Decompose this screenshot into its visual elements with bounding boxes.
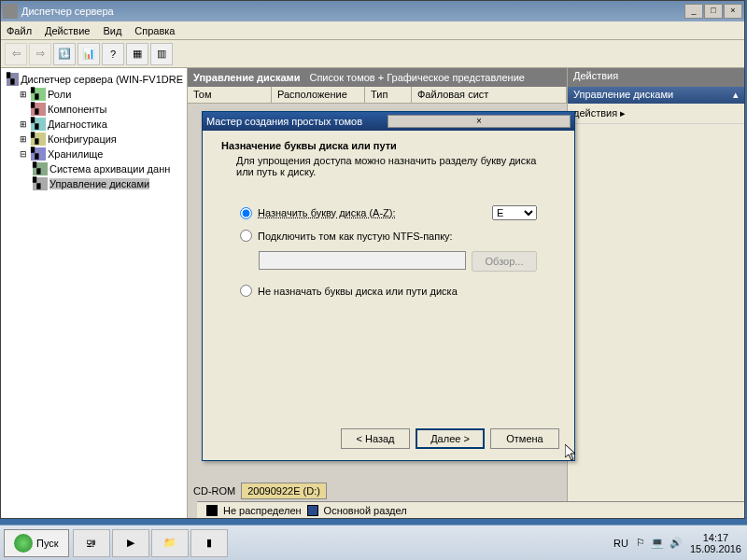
- start-button[interactable]: Пуск: [4, 529, 69, 557]
- option-assign-letter[interactable]: Назначить букву диска (A-Z): E: [240, 205, 537, 220]
- maximize-button[interactable]: □: [704, 4, 723, 19]
- minimize-button[interactable]: _: [684, 4, 703, 19]
- label-assign-letter: Назначить букву диска (A-Z):: [258, 207, 468, 218]
- system-tray: RU ⚐ 💻 🔊 14:17 15.09.2016: [608, 532, 747, 554]
- tray-sound-icon[interactable]: 🔊: [669, 537, 683, 549]
- clock-date: 15.09.2016: [690, 543, 741, 554]
- menu-view[interactable]: Вид: [103, 25, 121, 36]
- browse-button: Обзор...: [472, 251, 537, 272]
- tree-backup[interactable]: ▚Система архивации данн: [5, 161, 183, 176]
- panel-header: Управление дисками Список томов + Графич…: [188, 68, 567, 87]
- tree-diagnostics[interactable]: ⊞▚Диагностика: [5, 117, 183, 132]
- option-mount-folder[interactable]: Подключить том как пустую NTFS-папку:: [240, 230, 537, 242]
- cancel-button[interactable]: Отмена: [490, 428, 559, 449]
- clock[interactable]: 14:17 15.09.2016: [690, 532, 741, 554]
- next-button[interactable]: Далее >: [416, 428, 485, 449]
- lang-indicator[interactable]: RU: [613, 538, 628, 549]
- start-orb-icon: [14, 534, 33, 553]
- cdrom-row: CD-ROM 20090922E (D:): [193, 483, 327, 499]
- radio-mount-folder[interactable]: [240, 230, 252, 242]
- legend-unalloc: Не распределен: [223, 505, 302, 516]
- col-type[interactable]: Тип: [365, 87, 412, 103]
- wizard-title: Мастер создания простых томов: [206, 116, 388, 127]
- radio-assign-letter[interactable]: [240, 207, 252, 219]
- wizard-buttons: < Назад Далее > Отмена: [341, 428, 559, 449]
- task-powershell[interactable]: ▶: [112, 529, 149, 557]
- col-layout[interactable]: Расположение: [272, 87, 365, 103]
- legend-primary: Основной раздел: [324, 505, 407, 516]
- tray-flag-icon[interactable]: ⚐: [636, 537, 645, 549]
- window-title: Диспетчер сервера: [21, 6, 684, 17]
- volume-list-header: Том Расположение Тип Файловая сист: [188, 87, 567, 104]
- wizard-desc: Для упрощения доступа можно назначить ра…: [221, 155, 556, 177]
- simple-volume-wizard: Мастер создания простых томов × Назначен…: [202, 111, 575, 461]
- radio-no-letter[interactable]: [240, 285, 252, 297]
- label-mount-folder: Подключить том как пустую NTFS-папку:: [258, 231, 537, 242]
- clock-time: 14:17: [690, 532, 741, 543]
- tree-components[interactable]: ▚Компоненты: [5, 102, 183, 117]
- forward-button: ⇨: [29, 43, 51, 65]
- menubar: Файл Действие Вид Справка: [1, 21, 744, 40]
- col-volume[interactable]: Том: [188, 87, 272, 103]
- label-no-letter: Не назначать буквы диска или пути диска: [258, 286, 537, 297]
- close-button[interactable]: ×: [724, 4, 742, 19]
- actions-more[interactable]: действия ▸: [568, 104, 744, 124]
- wizard-close-button[interactable]: ×: [388, 115, 571, 128]
- quick-launch: 🖳 ▶ 📁 ▮: [73, 529, 228, 557]
- tree-roles[interactable]: ⊞▚Роли: [5, 87, 183, 102]
- actions-panel: Действия Управление дисками▴ действия ▸: [567, 68, 744, 518]
- col-fs[interactable]: Файловая сист: [412, 87, 567, 103]
- mount-path-input: [259, 251, 466, 270]
- back-button: ⇦: [5, 43, 27, 65]
- tree-diskmgmt[interactable]: ▚Управление дисками: [5, 176, 183, 191]
- task-app[interactable]: ▮: [190, 529, 228, 557]
- tree-root[interactable]: ▚Диспетчер сервера (WIN-FV1DRE: [5, 72, 183, 87]
- tree-storage[interactable]: ⊟▚Хранилище: [5, 147, 183, 161]
- wizard-heading: Назначение буквы диска или пути: [221, 140, 556, 151]
- toolbar: ⇦ ⇨ 🔃 📊 ? ▦ ▥: [1, 40, 744, 68]
- legend-unalloc-swatch: [206, 505, 218, 516]
- task-server-manager[interactable]: 🖳: [73, 529, 110, 557]
- chevron-up-icon: ▴: [733, 89, 739, 102]
- tree-config[interactable]: ⊞▚Конфигурация: [5, 132, 183, 147]
- tool-4[interactable]: ▦: [126, 43, 148, 65]
- option-no-letter[interactable]: Не назначать буквы диска или пути диска: [240, 285, 537, 297]
- tool-refresh[interactable]: 🔃: [53, 43, 76, 65]
- back-button[interactable]: < Назад: [341, 428, 410, 449]
- wizard-header: Назначение буквы диска или пути Для упро…: [203, 131, 574, 187]
- tray-network-icon[interactable]: 💻: [651, 537, 664, 549]
- start-label: Пуск: [36, 538, 59, 549]
- tool-help[interactable]: ?: [102, 43, 124, 65]
- tool-views[interactable]: 📊: [78, 43, 100, 65]
- menu-help[interactable]: Справка: [134, 25, 175, 36]
- tree-panel[interactable]: ▚Диспетчер сервера (WIN-FV1DRE ⊞▚Роли ▚К…: [1, 68, 188, 518]
- titlebar[interactable]: Диспетчер сервера _ □ ×: [1, 1, 744, 21]
- menu-action[interactable]: Действие: [45, 25, 90, 36]
- taskbar[interactable]: Пуск 🖳 ▶ 📁 ▮ RU ⚐ 💻 🔊 14:17 15.09.2016: [0, 525, 747, 560]
- tool-5[interactable]: ▥: [150, 43, 173, 65]
- wizard-body: Назначить букву диска (A-Z): E Подключит…: [203, 187, 574, 325]
- menu-file[interactable]: Файл: [7, 25, 32, 36]
- wizard-titlebar[interactable]: Мастер создания простых томов ×: [203, 112, 574, 131]
- drive-letter-select[interactable]: E: [492, 205, 537, 220]
- legend: Не распределен Основной раздел: [197, 501, 744, 518]
- panel-title: Управление дисками: [193, 72, 300, 83]
- panel-subtitle: Список томов + Графическое представление: [309, 72, 524, 83]
- app-icon: [3, 4, 18, 19]
- actions-sub[interactable]: Управление дисками▴: [568, 87, 744, 104]
- task-explorer[interactable]: 📁: [151, 529, 189, 557]
- actions-header: Действия: [568, 68, 744, 87]
- legend-primary-swatch: [307, 505, 318, 516]
